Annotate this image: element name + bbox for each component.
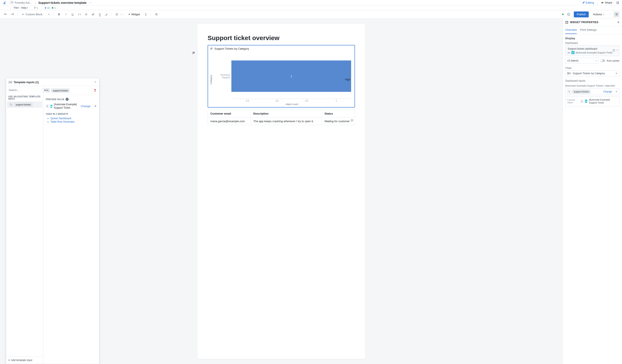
settings-panel-toggle[interactable]: [614, 11, 620, 18]
cell-desc: The app keeps crashing whenever I try to…: [251, 118, 322, 125]
change-button[interactable]: Change: [81, 105, 90, 108]
object-set-icon: [46, 89, 50, 92]
object-type-icon: ◉: [585, 100, 587, 103]
svg-point-31: [11, 105, 12, 105]
info-icon[interactable]: i: [66, 98, 69, 101]
x-axis-label: object count: [233, 103, 351, 105]
panel-title: WIDGET PROPERTIES: [570, 21, 599, 24]
star-icon[interactable]: ☆: [89, 1, 92, 4]
object-set-icon: [567, 90, 571, 93]
used-widget-link[interactable]: Table Row Generator: [51, 120, 97, 123]
highlight-button[interactable]: [104, 11, 110, 18]
search-input[interactable]: [8, 88, 41, 92]
close-icon[interactable]: ✕: [94, 105, 97, 108]
tab-print-settings[interactable]: Print Settings: [580, 26, 597, 34]
gear-icon[interactable]: [153, 11, 159, 18]
y-axis-label: Category: [210, 75, 212, 84]
publish-button[interactable]: Publish: [574, 11, 589, 18]
svg-rect-1: [4, 2, 5, 4]
panel-toggle-icon[interactable]: [614, 0, 620, 6]
status-dot: [562, 14, 564, 15]
share-button[interactable]: Share: [601, 1, 612, 4]
info-icon[interactable]: [612, 49, 615, 52]
undo-button[interactable]: [2, 11, 8, 18]
template-input-item[interactable]: support tickets: [7, 101, 42, 108]
display-section-title: Display: [565, 37, 620, 40]
svg-point-13: [34, 8, 35, 9]
used-widget-link[interactable]: Quiver Dashboard: [51, 117, 97, 120]
svg-point-38: [614, 50, 614, 50]
page-title[interactable]: Support tickets overview template: [38, 1, 86, 4]
close-icon[interactable]: ✕: [615, 90, 618, 93]
bot-badge[interactable]: 1: [51, 7, 56, 9]
x-axis: 0.4 0.6 0.8 1: [233, 99, 351, 102]
svg-rect-2: [5, 1, 6, 4]
strikethrough-button[interactable]: S: [83, 11, 89, 18]
help-menu[interactable]: Help ▾: [21, 6, 28, 9]
svg-rect-0: [3, 3, 4, 4]
preview-object-name: [Automate Example] Support Ticket: [54, 103, 78, 109]
svg-rect-22: [146, 13, 146, 16]
svg-rect-35: [566, 22, 568, 23]
svg-point-30: [10, 104, 11, 105]
preview-count: 1: [46, 105, 49, 108]
input-marker-icon[interactable]: [143, 11, 149, 18]
link-button[interactable]: [90, 11, 96, 18]
dashboard-name: Support tickets dashboard: [568, 47, 617, 50]
top-bar: Foundry Aut… › Support tickets overview …: [0, 0, 622, 5]
svg-point-16: [52, 8, 52, 8]
dashboard-label: Dashboard: [565, 42, 620, 45]
breadcrumb: Foundry Aut… › Support tickets overview …: [10, 1, 92, 4]
svg-point-33: [48, 91, 49, 91]
close-icon[interactable]: ✕: [617, 21, 620, 24]
info-icon[interactable]: i: [350, 119, 353, 122]
comment-flag-icon[interactable]: [192, 51, 196, 55]
auto-update-toggle[interactable]: [600, 59, 605, 62]
underline-button[interactable]: U: [70, 11, 76, 18]
version-select[interactable]: v3 (latest) ▾: [565, 58, 599, 64]
cell-email: maria.garcia@example.com: [208, 118, 251, 125]
trash-icon[interactable]: [94, 89, 97, 92]
chart-widget[interactable]: Support Tickets by Category Category Tec…: [208, 45, 355, 108]
selected-input-chip: support tickets: [51, 89, 69, 92]
used-in-header: USED IN 2 WIDGETS: [46, 113, 97, 115]
redo-button[interactable]: [9, 11, 15, 18]
tab-overview[interactable]: Overview: [565, 26, 577, 34]
dashboard-card[interactable]: Support tickets dashboard on ◉ [Automate…: [565, 45, 620, 56]
chevron-down-icon[interactable]: ▾: [617, 49, 618, 52]
code-button[interactable]: [77, 11, 82, 18]
collapse-icon[interactable]: [94, 81, 97, 84]
add-widget-button[interactable]: + Widget: [126, 11, 142, 18]
dashboard-input-row: support tickets Change ✕: [565, 88, 620, 95]
file-menu[interactable]: File ▾: [14, 6, 19, 9]
breadcrumb-parent[interactable]: Foundry Aut…: [15, 1, 32, 4]
editing-mode-button[interactable]: Editing: [582, 1, 594, 4]
actions-dropdown[interactable]: Actions ▾: [591, 11, 606, 18]
svg-point-12: [34, 7, 35, 7]
version-badge[interactable]: v2: [44, 7, 50, 9]
italic-button[interactable]: I: [63, 11, 69, 18]
svg-point-17: [53, 8, 53, 8]
clear-icon[interactable]: ✕: [615, 72, 618, 75]
category-label: Technical Support: [212, 73, 231, 79]
change-button[interactable]: Change: [603, 90, 612, 93]
editing-label: Editing: [586, 1, 594, 4]
chart-bar: 1: [231, 60, 351, 92]
preview-value-header: PREVIEW VALUE: [46, 98, 64, 101]
branch-badge[interactable]: 1: [34, 7, 38, 9]
block-type-select[interactable]: ★ Custom Block ▾: [20, 12, 52, 17]
auto-update-label: Auto-update: [607, 59, 620, 62]
chart-select[interactable]: $O - Support Tickets by Category ✕: [565, 71, 620, 76]
dashboard-inputs-label: Dashboard Inputs: [565, 79, 620, 82]
canvas[interactable]: Support ticket overview Support Tickets …: [0, 19, 563, 364]
align-button[interactable]: [114, 11, 120, 18]
col-header-status: Status: [322, 110, 355, 118]
existing-inputs-header: USE AN EXISTING TEMPLATE INPUT: [6, 94, 43, 101]
table-row[interactable]: maria.garcia@example.com The app keeps c…: [208, 118, 355, 125]
history-icon[interactable]: [566, 11, 572, 18]
text-color-button[interactable]: A: [97, 11, 103, 18]
fx-icon: (x): [9, 80, 12, 84]
sub-bar: File ▾ Help ▾ 1 v2 1: [0, 5, 622, 10]
bold-button[interactable]: B: [56, 11, 62, 18]
add-template-input-button[interactable]: + Add template input: [6, 356, 43, 364]
